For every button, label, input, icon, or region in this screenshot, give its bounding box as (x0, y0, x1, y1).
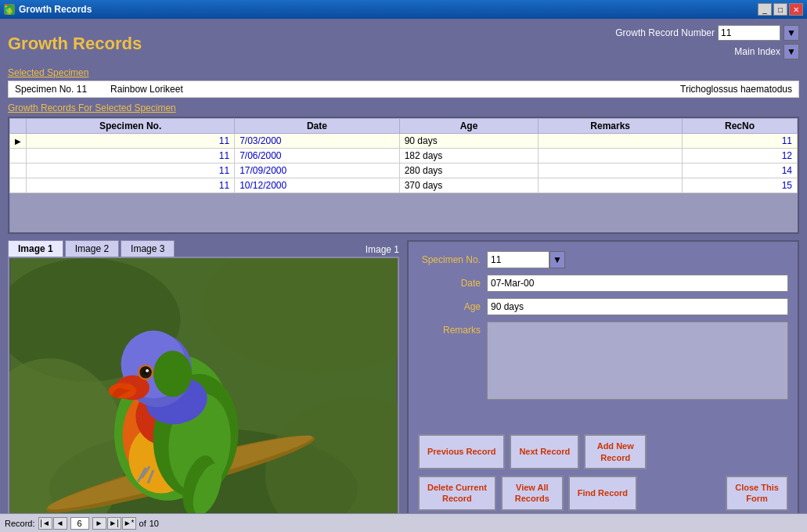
delete-current-record-button[interactable]: Delete CurrentRecord (418, 476, 496, 511)
form-title: Growth Records (8, 34, 142, 54)
next-record-button[interactable]: Next Record (510, 434, 579, 469)
specimen-no-field[interactable] (487, 251, 549, 268)
nav-next-button[interactable]: ► (92, 517, 106, 530)
header-row: Growth Records Growth Record Number ▼ Ma… (8, 25, 799, 63)
col-remarks: Remarks (539, 119, 683, 134)
current-record-input[interactable] (70, 517, 89, 530)
minimize-button[interactable]: _ (758, 3, 772, 16)
date-field[interactable] (487, 275, 788, 292)
specimen-bar: Specimen No. 11 Rainbow Lorikeet Trichog… (8, 81, 799, 98)
record-number-dropdown[interactable]: ▼ (784, 25, 799, 41)
col-recno: RecNo (682, 119, 797, 134)
add-new-record-button[interactable]: Add NewRecord (584, 434, 647, 469)
age-row: Age (418, 298, 788, 315)
row-recno: 15 (682, 178, 797, 193)
row-arrow (10, 164, 27, 178)
row-age: 182 days (399, 149, 539, 164)
growth-records-table-container: Specimen No. Date Age Remarks RecNo ▶ 11… (8, 117, 799, 234)
find-record-button[interactable]: Find Record (568, 476, 637, 511)
remarks-field[interactable] (487, 322, 788, 400)
nav-last-button[interactable]: ►| (107, 517, 121, 530)
row-specimen-no: 11 (27, 134, 235, 149)
image-label: Image 1 (366, 244, 399, 257)
specimen-no: Specimen No. 11 (15, 84, 87, 95)
svg-point-22 (146, 368, 149, 372)
remarks-row: Remarks (418, 322, 788, 422)
row-remarks (539, 149, 683, 164)
nav-first-button[interactable]: |◄ (38, 517, 52, 530)
row-remarks (539, 178, 683, 193)
common-name: Rainbow Lorikeet (110, 84, 183, 95)
record-label: Record: (5, 519, 35, 528)
record-number-input[interactable] (718, 25, 780, 41)
row-specimen-no: 11 (27, 149, 235, 164)
image-tabs: Image 1Image 2Image 3 (8, 240, 175, 257)
main-container: Growth Records Growth Record Number ▼ Ma… (0, 19, 807, 513)
nav-prev-button[interactable]: ◄ (53, 517, 67, 530)
table-row[interactable]: 11 10/12/2000 370 days 15 (10, 178, 798, 193)
record-number-label: Growth Record Number (615, 27, 715, 38)
specimen-no-row: Specimen No. ▼ (418, 251, 788, 268)
button-section: Previous Record Next Record Add NewRecor… (418, 428, 788, 510)
nav-new-button[interactable]: ►* (122, 517, 136, 530)
svg-point-24 (153, 350, 192, 397)
image-tab-1[interactable]: Image 1 (8, 240, 63, 257)
form-panel: Specimen No. ▼ Date Age (407, 240, 799, 522)
row-recno: 11 (682, 134, 797, 149)
growth-records-table: Specimen No. Date Age Remarks RecNo ▶ 11… (9, 118, 798, 232)
row-age: 370 days (399, 178, 539, 193)
age-field[interactable] (487, 298, 788, 315)
table-row[interactable]: 11 7/06/2000 182 days 12 (10, 149, 798, 164)
row-date: 17/09/2000 (235, 164, 400, 178)
status-bar: Record: |◄ ◄ ► ►| ►* of 10 (0, 513, 807, 532)
col-age: Age (399, 119, 539, 134)
button-row-2: Delete CurrentRecord View AllRecords Fin… (418, 476, 788, 511)
button-row-1: Previous Record Next Record Add NewRecor… (418, 434, 788, 469)
row-arrow (10, 149, 27, 164)
previous-record-button[interactable]: Previous Record (418, 434, 505, 469)
total-records: 10 (150, 519, 159, 528)
col-date: Date (235, 119, 400, 134)
bottom-section: Image 1Image 2Image 3 Image 1 (8, 240, 799, 522)
remarks-label: Remarks (418, 325, 481, 336)
image-panel: Image 1Image 2Image 3 Image 1 (8, 240, 399, 522)
specimen-no-dropdown[interactable]: ▼ (549, 251, 565, 268)
col-arrow (10, 119, 27, 134)
app-icon: 🦜 (4, 4, 15, 15)
date-label: Date (418, 278, 481, 289)
age-label: Age (418, 301, 481, 312)
table-row[interactable]: 11 17/09/2000 280 days 14 (10, 164, 798, 178)
specimen-no-label: Specimen No. (418, 254, 481, 265)
parrot-image (9, 258, 398, 520)
row-arrow: ▶ (10, 134, 27, 149)
growth-records-link[interactable]: Growth Records For Selected Specimen (8, 102, 799, 113)
title-bar-text: Growth Records (19, 4, 92, 15)
row-remarks (539, 164, 683, 178)
row-recno: 12 (682, 149, 797, 164)
row-recno: 14 (682, 164, 797, 178)
selected-specimen-link[interactable]: Selected Specimen (8, 67, 799, 78)
row-remarks (539, 134, 683, 149)
main-index-dropdown[interactable]: ▼ (784, 44, 799, 59)
image-display (8, 257, 399, 522)
row-specimen-no: 11 (27, 178, 235, 193)
close-this-form-button[interactable]: Close ThisForm (726, 476, 788, 511)
view-all-records-button[interactable]: View AllRecords (501, 476, 564, 511)
window-close-button[interactable]: ✕ (789, 3, 803, 16)
col-specimen-no: Specimen No. (27, 119, 235, 134)
maximize-button[interactable]: □ (773, 3, 787, 16)
table-empty-row (10, 193, 798, 232)
main-index-label: Main Index (734, 46, 780, 57)
scientific-name: Trichoglossus haematodus (680, 84, 792, 95)
row-arrow (10, 178, 27, 193)
row-age: 90 days (399, 134, 539, 149)
row-specimen-no: 11 (27, 164, 235, 178)
date-row: Date (418, 275, 788, 292)
row-date: 10/12/2000 (235, 178, 400, 193)
row-date: 7/03/2000 (235, 134, 400, 149)
row-age: 280 days (399, 164, 539, 178)
image-tab-3[interactable]: Image 3 (121, 240, 175, 257)
image-tab-2[interactable]: Image 2 (65, 240, 119, 257)
table-row[interactable]: ▶ 11 7/03/2000 90 days 11 (10, 134, 798, 149)
row-date: 7/06/2000 (235, 149, 400, 164)
